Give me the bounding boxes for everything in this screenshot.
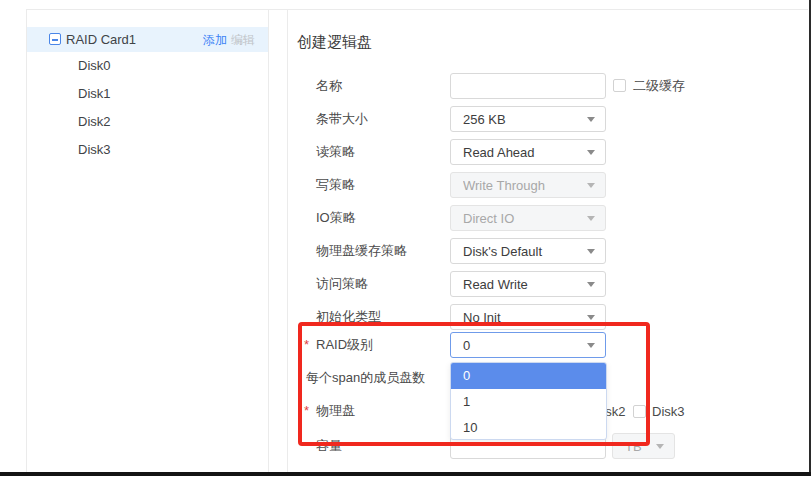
sidebar-item-disk2[interactable]: Disk2: [78, 114, 198, 130]
raid-level-select[interactable]: 0: [450, 332, 606, 358]
required-asterisk: *: [304, 338, 309, 352]
io-policy-label: IO策略: [316, 211, 356, 225]
init-type-label: 初始化类型: [316, 310, 381, 324]
stripe-size-label: 条带大小: [316, 112, 368, 126]
read-policy-select[interactable]: Read Ahead: [450, 139, 606, 165]
capacity-label: 容量: [316, 439, 342, 453]
top-divider: [26, 9, 808, 10]
sidebar-item-disk0[interactable]: Disk0: [78, 58, 198, 74]
access-policy-select[interactable]: Read Write: [450, 271, 606, 297]
raid-config-page: RAID Card1 添加 编辑 Disk0 Disk1 Disk2 Disk3…: [0, 0, 812, 479]
form-left-divider: [287, 9, 288, 473]
chevron-down-icon: [656, 444, 664, 449]
bottom-edge-border: [0, 472, 811, 476]
physical-disk-label: 物理盘: [316, 404, 355, 418]
dropdown-option-10[interactable]: 10: [451, 415, 606, 440]
right-edge-border: [809, 0, 811, 476]
raid-card-label: RAID Card1: [66, 33, 136, 46]
name-label: 名称: [316, 79, 342, 93]
dropdown-option-0[interactable]: 0: [451, 363, 606, 389]
raid-level-label: RAID级别: [316, 338, 373, 352]
disk-cache-policy-label: 物理盘缓存策略: [316, 244, 407, 258]
chevron-down-icon: [587, 282, 595, 287]
write-policy-label: 写策略: [316, 178, 355, 192]
chevron-down-icon: [587, 315, 595, 320]
raid-level-dropdown: 0 1 10: [450, 362, 607, 440]
chevron-down-icon: [587, 343, 595, 348]
collapse-minus-icon[interactable]: [49, 33, 61, 45]
edit-link[interactable]: 编辑: [231, 34, 255, 46]
name-input[interactable]: [450, 73, 606, 99]
dropdown-option-1[interactable]: 1: [451, 389, 606, 415]
chevron-down-icon: [587, 150, 595, 155]
secondary-cache-checkbox[interactable]: [613, 79, 626, 92]
stripe-size-select[interactable]: 256 KB: [450, 106, 606, 132]
chevron-down-icon: [587, 183, 595, 188]
sidebar-item-disk3[interactable]: Disk3: [78, 142, 198, 158]
span-members-label: 每个span的成员盘数: [306, 371, 425, 385]
page-title: 创建逻辑盘: [297, 33, 372, 52]
add-link[interactable]: 添加: [203, 34, 227, 46]
chevron-down-icon: [587, 249, 595, 254]
chevron-down-icon: [587, 117, 595, 122]
required-asterisk: *: [304, 404, 309, 418]
init-type-select[interactable]: No Init: [450, 304, 606, 330]
sidebar-item-disk1[interactable]: Disk1: [78, 86, 198, 102]
read-policy-label: 读策略: [316, 145, 355, 159]
chevron-down-icon: [587, 216, 595, 221]
disk3-checkbox[interactable]: [633, 405, 646, 418]
sidebar-right-divider: [268, 9, 269, 473]
secondary-cache-label: 二级缓存: [633, 79, 685, 93]
write-policy-select: Write Through: [450, 172, 606, 198]
io-policy-select: Direct IO: [450, 205, 606, 231]
disk3-checkbox-label: Disk3: [652, 405, 685, 419]
access-policy-label: 访问策略: [316, 277, 368, 291]
left-divider: [26, 9, 27, 473]
disk-cache-policy-select[interactable]: Disk's Default: [450, 238, 606, 264]
capacity-unit-select: TB: [612, 433, 675, 459]
